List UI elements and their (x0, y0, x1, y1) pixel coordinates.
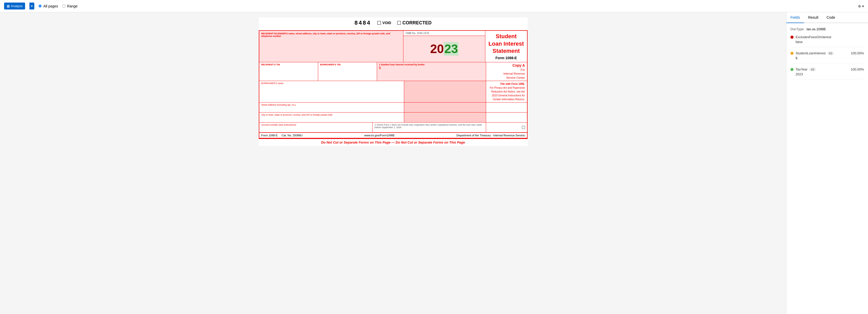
borrower-name-label: BORROWER'S name (261, 82, 402, 85)
recipient-lender-label: RECIPIENT'S/LENDER'S name, street addres… (261, 32, 401, 37)
range-radio[interactable]: Range (62, 4, 78, 8)
do-not-cut-text: Do Not Cut or Separate Forms on This Pag… (321, 140, 465, 144)
field-val-excludesfees: false (796, 40, 864, 44)
street-value (261, 106, 402, 111)
city-cell: City or town, state or province, country… (259, 113, 404, 122)
field-percent-taxyear: 100.00% (851, 67, 864, 71)
field-header-studentloan: StudentLoanInterest #1 100.00% (790, 51, 864, 55)
doctype-value: tax.us.1098E (807, 27, 826, 31)
dollar-sign: $ (379, 66, 381, 70)
field-percent-studentloan: 100.00% (851, 51, 864, 55)
loan-interest-cell: 1 Student loan interest received by lend… (377, 62, 486, 81)
field-val-taxyear: 2023 (796, 72, 864, 76)
panel-tabs: Fields Result Code (786, 12, 868, 23)
analyze-dropdown[interactable]: ▾ (29, 3, 34, 9)
field-item-taxyear: TaxYear #1 100.00% 2023 (790, 67, 864, 80)
box2-checkbox[interactable] (522, 126, 525, 129)
form-footer: Form 1098-E Cat. No. 25088U www.irs.gov/… (259, 133, 527, 138)
street-label: Street address (including apt. no.) (261, 104, 402, 106)
box2-checkbox-area (486, 122, 527, 132)
document-area: 8484 VOID CORRECTED RECIPIENT'S/LENDER'S… (0, 12, 786, 314)
form-1098e-container: 8484 VOID CORRECTED RECIPIENT'S/LENDER'S… (259, 18, 528, 146)
year-logo: 2023 (403, 36, 485, 62)
recipient-lender-field: RECIPIENT'S/LENDER'S name, street addres… (259, 31, 404, 62)
footer-right: Department of the Treasury - Internal Re… (456, 134, 525, 137)
tab-code[interactable]: Code (823, 12, 839, 23)
box2-section: 2 Check if box 1 does not include loan o… (373, 122, 486, 132)
top-bar: ▦ Analyze ▾ All pages Range ⊕ ▾ (0, 0, 868, 12)
city-value (261, 116, 402, 121)
tab-result[interactable]: Result (804, 12, 823, 23)
copy-a-label: Copy A (488, 63, 525, 67)
layers-icon: ⊕ (858, 4, 861, 8)
copy-a-section: Copy A For Internal Revenue Service Cent… (486, 62, 527, 81)
borrower-right-top (404, 81, 486, 102)
doctype-row: DocType: tax.us.1098E (790, 27, 864, 31)
borrower-name-row: BORROWER'S name File with Form 1096. For… (259, 81, 527, 103)
borrower-tin-cell: BORROWER'S TIN (318, 62, 377, 81)
field-tag-studentloan: #1 (828, 52, 834, 55)
all-pages-radio[interactable]: All pages (38, 4, 58, 8)
corrected-checkbox[interactable] (397, 21, 401, 25)
field-item-studentloan: StudentLoanInterest #1 100.00% $ (790, 51, 864, 63)
city-right-pink (404, 113, 486, 122)
year-display: 2023 (430, 42, 459, 56)
footer-center: www.irs.gov/Form1098E (364, 134, 395, 137)
borrower-tin-value (320, 66, 375, 71)
box2-label: 2 Check if box 1 does not include loan o… (375, 123, 484, 129)
tab-fields[interactable]: Fields (786, 12, 804, 23)
field-header-excludesfees: ExcludesFeesOrInterest (790, 35, 864, 39)
copy-a-sub: For Internal Revenue Service Center (488, 68, 525, 80)
year-20: 20 (430, 42, 443, 56)
recipient-tin-value (261, 66, 316, 71)
form-header: 8484 VOID CORRECTED (259, 18, 528, 28)
street-right-pink (404, 103, 486, 112)
form-body: RECIPIENT'S/LENDER'S name, street addres… (259, 30, 528, 138)
field-name-taxyear: TaxYear (796, 67, 808, 71)
recipient-tin-label: RECIPIENT'S TIN (261, 63, 316, 66)
recipient-tin-cell: RECIPIENT'S TIN (259, 62, 318, 81)
right-panel: Fields Result Code DocType: tax.us.1098E… (786, 12, 868, 314)
dot-red-excludesfees (790, 36, 794, 39)
field-item-excludesfees: ExcludesFeesOrInterest false (790, 35, 864, 47)
corrected-label: CORRECTED (397, 20, 432, 26)
account-row: Account number (see instructions) 2 Chec… (259, 122, 527, 133)
form-id: Form 1098-E (488, 56, 524, 60)
right-section-mid (486, 103, 527, 112)
right-instructions: File with Form 1096. For Privacy Act and… (486, 81, 527, 102)
omb-number: OMB No. 1545-1576 (403, 31, 485, 36)
chart-icon: ▦ (7, 4, 10, 8)
form-barcode-number: 8484 (354, 20, 371, 26)
panel-content: DocType: tax.us.1098E ExcludesFeesOrInte… (786, 23, 868, 314)
borrower-name-value (261, 85, 402, 90)
field-tag-taxyear: #1 (810, 68, 816, 71)
street-row: Street address (including apt. no.) (259, 103, 527, 113)
city-row: City or town, state or province, country… (259, 113, 527, 122)
year-23: 23 (444, 42, 459, 56)
field-name-excludesfees: ExcludesFeesOrInterest (796, 35, 831, 39)
analyze-button[interactable]: ▦ Analyze (4, 3, 25, 9)
right-section-city (486, 113, 527, 122)
main-content: 8484 VOID CORRECTED RECIPIENT'S/LENDER'S… (0, 12, 868, 314)
analyze-label: Analyze (11, 4, 23, 8)
form-title: Student Loan Interest Statement (488, 33, 524, 55)
doctype-label: DocType: (790, 27, 805, 31)
dot-green-taxyear (790, 68, 794, 71)
tin-row: RECIPIENT'S TIN BORROWER'S TIN 1 Student… (259, 62, 527, 81)
footer-form-id: Form 1098-E Cat. No. 25088U (261, 134, 303, 137)
chevron-down-icon: ▾ (862, 4, 864, 8)
borrower-tin-label: BORROWER'S TIN (320, 63, 375, 66)
field-val-studentloan: $ (796, 56, 864, 60)
account-number-cell: Account number (see instructions) (259, 122, 373, 132)
privacy-text: For Privacy Act and Paperwork Reduction … (488, 86, 525, 101)
do-not-cut-bar: Do Not Cut or Separate Forms on This Pag… (259, 138, 528, 146)
dot-orange-studentloan (790, 52, 794, 55)
top-section: RECIPIENT'S/LENDER'S name, street addres… (259, 31, 527, 62)
account-label: Account number (see instructions) (261, 123, 370, 126)
layers-button[interactable]: ⊕ ▾ (858, 4, 864, 8)
void-checkbox[interactable] (377, 21, 381, 25)
borrower-name-cell: BORROWER'S name (259, 81, 404, 102)
field-name-studentloan: StudentLoanInterest (796, 51, 826, 55)
page-range-group: All pages Range (38, 4, 78, 8)
loan-interest-value: $ (379, 66, 484, 71)
